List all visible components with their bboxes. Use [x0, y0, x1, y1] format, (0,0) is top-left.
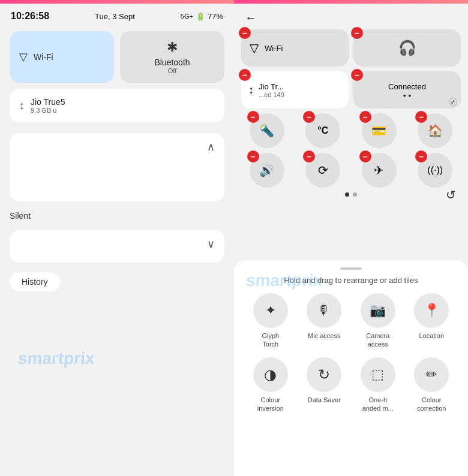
- mic-icon: 🎙: [317, 303, 331, 318]
- home-icon: 🏠: [428, 123, 443, 138]
- bluetooth-sub: Off: [154, 67, 190, 74]
- torch-edit-tile[interactable]: – 🔦: [250, 113, 284, 148]
- dot1: ●: [403, 93, 406, 98]
- mic-circle: 🎙: [307, 293, 341, 328]
- section-body-1: [19, 158, 215, 194]
- data-saver-icon: ↻: [318, 366, 330, 383]
- data-icon: ↕: [19, 100, 25, 112]
- temp-edit-tile[interactable]: – °C: [305, 113, 340, 148]
- airplane-tile-wrap: – ✈: [353, 153, 405, 188]
- battery-level: 77%: [208, 12, 223, 21]
- add-tile-colour-correction[interactable]: ✏ Colourcorrection: [407, 357, 457, 413]
- add-tile-one-handed[interactable]: ⬚ One-handed m...: [353, 357, 403, 413]
- remove-headphones-badge[interactable]: –: [351, 27, 363, 39]
- location-icon: 📍: [424, 303, 440, 318]
- left-panel: 10:26:58 Tue, 3 Sept 5G+ 🔋 77% ▽ Wi-Fi ✱…: [0, 0, 234, 476]
- wifi-edit-icon: ▽: [250, 41, 259, 55]
- connected-edit-tile[interactable]: – Connected ● ● ⤢: [353, 71, 461, 109]
- jio-name: Jio Tr...: [259, 82, 284, 91]
- hotspot-tile-wrap: – ((·)): [410, 153, 461, 188]
- remove-connected-badge[interactable]: –: [351, 69, 363, 81]
- volume-edit-tile[interactable]: – 🔊: [250, 153, 284, 188]
- headphones-edit-tile[interactable]: – 🎧: [353, 29, 461, 67]
- wifi-edit-tile[interactable]: – ▽ Wi-Fi: [241, 29, 349, 67]
- signal-icon: 5G+: [181, 13, 193, 20]
- rotate-edit-tile[interactable]: – ⟳: [305, 153, 340, 188]
- colour-inversion-icon: ◑: [264, 366, 277, 383]
- location-label: Location: [419, 332, 444, 340]
- remove-airplane-badge[interactable]: –: [359, 150, 371, 162]
- page-dot-1: [345, 192, 349, 197]
- remove-wifi-badge[interactable]: –: [239, 27, 251, 39]
- wifi-icon: ▽: [19, 50, 28, 64]
- history-button[interactable]: History: [10, 272, 60, 291]
- wifi-edit-label: Wi-Fi: [265, 44, 283, 53]
- colour-inversion-label: Colourinversion: [257, 396, 284, 413]
- add-tile-camera[interactable]: 📷 Cameraaccess: [353, 293, 403, 349]
- temp-icon: °C: [317, 125, 328, 136]
- remove-jio-badge[interactable]: –: [239, 69, 251, 81]
- remove-temp-badge[interactable]: –: [303, 111, 315, 123]
- hold-drag-text: Hold and drag to rearrange or add tiles: [244, 276, 458, 285]
- edit-tiles-row4: – 🔊 – ⟳ – ✈ – ((·)): [234, 153, 468, 188]
- remove-card-badge[interactable]: –: [359, 111, 371, 123]
- remove-home-badge[interactable]: –: [415, 111, 427, 123]
- data-sub: 9.3 GB u: [31, 107, 65, 114]
- colour-inversion-circle: ◑: [253, 357, 288, 392]
- data-label: Jio True5: [31, 97, 65, 107]
- home-tile-wrap: – 🏠: [410, 113, 461, 148]
- one-handed-circle: ⬚: [361, 357, 395, 392]
- edit-tiles-row3: – 🔦 – °C – 💳 – 🏠: [234, 113, 468, 148]
- wifi-tile[interactable]: ▽ Wi-Fi: [10, 31, 114, 83]
- rotate-tile-wrap: – ⟳: [298, 153, 349, 188]
- back-button[interactable]: ←: [245, 11, 257, 25]
- edit-tiles-row1: – ▽ Wi-Fi – 🎧: [234, 29, 468, 67]
- airplane-edit-tile[interactable]: – ✈: [362, 153, 397, 188]
- wifi-label: Wi-Fi: [34, 52, 53, 62]
- colour-correction-icon: ✏: [426, 367, 437, 382]
- torch-tile-wrap: – 🔦: [241, 113, 293, 148]
- connected-dots: ● ●: [403, 93, 412, 98]
- data-tile[interactable]: ↕ Jio True5 9.3 GB u: [10, 89, 224, 122]
- headphones-icon: 🎧: [398, 40, 416, 56]
- camera-label: Cameraaccess: [366, 332, 389, 349]
- remove-volume-badge[interactable]: –: [247, 150, 259, 162]
- add-tile-mic[interactable]: 🎙 Mic access: [300, 293, 349, 349]
- remove-torch-badge[interactable]: –: [247, 111, 259, 123]
- notification-section-1[interactable]: ∧: [10, 133, 224, 201]
- notification-section-2[interactable]: ∨: [10, 230, 224, 263]
- home-edit-tile[interactable]: – 🏠: [418, 113, 452, 148]
- volume-tile-wrap: – 🔊: [241, 153, 293, 188]
- remove-hotspot-badge[interactable]: –: [415, 150, 427, 162]
- data-arrows-icon: ↕: [248, 84, 254, 97]
- expand-icon[interactable]: ⤢: [449, 98, 457, 106]
- section-header-2: ∨: [19, 237, 215, 251]
- chevron-up-icon[interactable]: ∧: [207, 140, 215, 153]
- bluetooth-label: Bluetooth: [154, 58, 190, 67]
- camera-circle: 📷: [361, 293, 395, 328]
- bluetooth-tile[interactable]: ✱ Bluetooth Off: [120, 31, 224, 83]
- edit-tiles-row2: – ↕ Jio Tr... ...ed 149 – Connected ● ● …: [234, 71, 468, 109]
- chevron-down-icon[interactable]: ∨: [207, 237, 215, 251]
- hotspot-edit-tile[interactable]: – ((·)): [418, 153, 452, 188]
- pagination-row: ↺: [234, 190, 468, 199]
- add-tiles-sheet: Hold and drag to rearrange or add tiles …: [234, 260, 468, 476]
- data-saver-label: Data Saver: [308, 396, 341, 404]
- remove-rotate-badge[interactable]: –: [303, 150, 315, 162]
- battery-icon: 🔋: [196, 12, 205, 21]
- right-panel: ← – ▽ Wi-Fi – 🎧 – ↕ Jio Tr... ...ed 149 …: [234, 0, 468, 476]
- jio-edit-tile[interactable]: – ↕ Jio Tr... ...ed 149: [241, 71, 349, 109]
- card-edit-tile[interactable]: – 💳: [362, 113, 397, 148]
- add-tile-glyph-torch[interactable]: ✦ GlyphTorch: [246, 293, 295, 349]
- add-tile-colour-inversion[interactable]: ◑ Colourinversion: [246, 357, 295, 413]
- one-handed-label: One-handed m...: [362, 396, 394, 413]
- add-tile-location[interactable]: 📍 Location: [407, 293, 457, 349]
- colour-correction-label: Colourcorrection: [417, 396, 446, 413]
- temp-tile-wrap: – °C: [298, 113, 349, 148]
- add-tile-data-saver[interactable]: ↻ Data Saver: [300, 357, 349, 413]
- history-icon[interactable]: ↺: [446, 188, 456, 202]
- glyph-torch-label: GlyphTorch: [262, 332, 279, 349]
- drag-handle: [340, 267, 362, 270]
- add-tiles-grid: ✦ GlyphTorch 🎙 Mic access 📷 Cameraaccess: [244, 293, 458, 412]
- hotspot-icon: ((·)): [427, 165, 443, 176]
